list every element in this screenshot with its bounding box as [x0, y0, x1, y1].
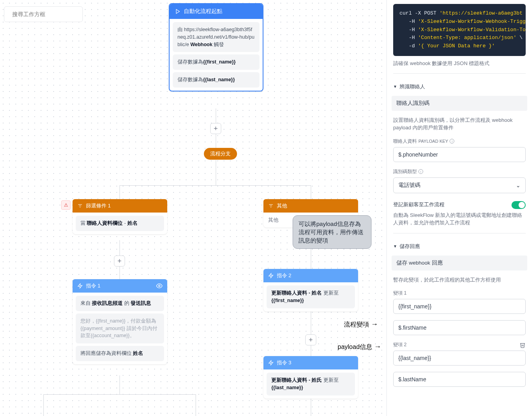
info-icon[interactable]: i: [418, 169, 423, 174]
action3-body: 更新聯絡人資料 - 姓氏 更新至{{last_name}}: [267, 373, 355, 395]
search-box[interactable]: [4, 6, 83, 22]
eye-icon[interactable]: [156, 283, 162, 289]
payload-key-label: 聯絡人資料 PAYLOAD KEY i: [393, 138, 526, 145]
warning-badge[interactable]: ⚠: [61, 200, 71, 210]
start-block-var2: 儲存數據為{{last_name}}: [173, 72, 259, 88]
connector: [119, 185, 120, 199]
chevron-down-icon: ⌄: [516, 182, 521, 188]
condition-node-1[interactable]: 篩選條件 1 當 聯絡人資料欄位 - 姓名: [73, 199, 167, 234]
connector: [216, 160, 216, 185]
panel-save-desc: 暫存此變項，於此工作流程的其他工作方框使用: [393, 276, 526, 284]
sidebar-panel[interactable]: curl -X POST 'https://sleekflow-a6aeg3bt…: [386, 0, 532, 416]
panel-save-webhook: 儲存 webhook 回應: [392, 256, 527, 270]
info-icon[interactable]: i: [450, 139, 454, 144]
connector: [311, 185, 311, 199]
var2-label: 變項 2: [393, 341, 407, 348]
action-node-1[interactable]: 指令 1 來自 接收訊息頻道 的 發送訊息 您好，{{first_name}}，…: [73, 279, 167, 364]
svg-marker-2: [176, 9, 179, 14]
svg-marker-5: [269, 273, 273, 278]
action1-row3: 將回應儲存為資料欄位 姓名: [76, 346, 164, 361]
payload-key-input[interactable]: [393, 147, 526, 162]
action1-row1: 來自 接收訊息頻道 的 發送訊息: [76, 296, 164, 311]
annotation-payload: payload信息 →: [338, 343, 381, 351]
filter-icon: [77, 203, 83, 209]
connector: [311, 398, 311, 416]
toggle-desc: 自動為 SleekFlow 新加入的電話號碼或電郵地址創建聯絡人資料，並允許他們…: [393, 211, 526, 227]
action1-row2: 您好，{{first_name}}，付款金額為{{payment_amount}…: [76, 313, 164, 343]
connector: [119, 185, 311, 186]
panel-contact-id: 聯絡人識別碼: [392, 96, 527, 111]
var1-name-input[interactable]: [393, 299, 526, 314]
caret-down-icon: ▼: [393, 244, 397, 248]
bolt-icon: [268, 273, 274, 278]
add-node-button[interactable]: +: [114, 256, 125, 267]
svg-point-4: [159, 285, 160, 287]
connector: [43, 394, 44, 416]
add-node-button[interactable]: +: [305, 334, 316, 345]
code-helper-text: 請確保 webhook 數據使用 JSON 標題格式: [393, 60, 526, 67]
bolt-icon: [77, 283, 83, 289]
toggle-label: 登記新顧客至工作流程: [393, 201, 444, 208]
code-block: curl -X POST 'https://sleekflow-a6aeg3bt…: [393, 4, 526, 56]
condition-body: 當 聯絡人資料欄位 - 姓名: [76, 216, 164, 231]
connector: [119, 375, 120, 394]
panel-contact-desc: 設置聯絡人資料識別碼，以分辨工作流程及 webhook payload 內的用戶…: [393, 116, 526, 132]
connector: [311, 312, 311, 356]
action-node-3[interactable]: 指令 3 更新聯絡人資料 - 姓氏 更新至{{last_name}}: [263, 356, 358, 399]
trash-icon[interactable]: [519, 342, 526, 348]
id-type-label: 識別碼類型 i: [393, 168, 526, 175]
var2-name-input[interactable]: [393, 351, 526, 366]
start-node[interactable]: 自動化流程起點 由 https://sleekflow-a6aeg3bth3f5…: [169, 3, 263, 91]
var1-path-input[interactable]: [393, 320, 526, 335]
search-input[interactable]: [12, 11, 81, 17]
section-save-response[interactable]: ▼ 儲存回應: [393, 240, 526, 253]
action-title: 指令 2: [277, 272, 291, 279]
var1-label: 變項 1: [393, 290, 526, 297]
svg-marker-6: [269, 360, 273, 365]
start-block-var1: 儲存數據為{{first_name}}: [173, 54, 259, 70]
add-node-button[interactable]: +: [210, 123, 221, 134]
caret-down-icon: ▼: [393, 84, 397, 89]
var2-path-input[interactable]: [393, 372, 526, 387]
connector: [43, 394, 196, 395]
tooltip: 可以將payload信息存為流程可用資料，用作傳送訊息的變項: [293, 215, 371, 249]
play-icon: [175, 9, 181, 14]
action-title: 指令 3: [277, 359, 291, 366]
id-type-select[interactable]: 電話號碼 ⌄: [393, 177, 526, 193]
other-title: 其他: [277, 202, 287, 209]
start-block-webhook: 由 https://sleekflow-a6aeg3bth3f5fneq.z01…: [173, 22, 259, 52]
action-title: 指令 1: [86, 282, 101, 289]
section-identify-contact[interactable]: ▼ 辨識聯絡人: [393, 80, 526, 93]
register-new-customer-toggle[interactable]: [511, 201, 526, 209]
start-node-title: 自動化流程起點: [184, 8, 222, 15]
annotation-flow-var: 流程變項 →: [344, 320, 378, 329]
flow-canvas[interactable]: 自動化流程起點 由 https://sleekflow-a6aeg3bth3f5…: [0, 0, 386, 416]
condition-title: 篩選條件 1: [86, 202, 111, 209]
connector: [196, 394, 196, 416]
svg-marker-3: [78, 284, 82, 288]
action2-body: 更新聯絡人資料 - 姓名 更新至{{first_name}}: [267, 285, 355, 308]
action-node-2[interactable]: 指令 2 更新聯絡人資料 - 姓名 更新至{{first_name}}: [263, 269, 358, 312]
branch-badge[interactable]: 流程分支: [204, 148, 237, 160]
bolt-icon: [268, 360, 274, 366]
filter-icon: [268, 203, 274, 209]
